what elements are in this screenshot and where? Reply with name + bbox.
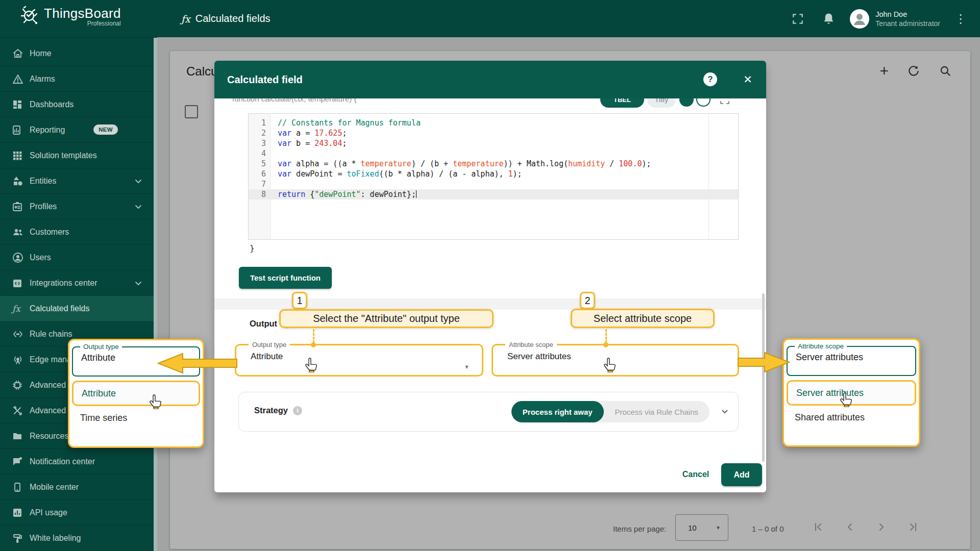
entities-icon (12, 176, 30, 187)
dashboards-icon (12, 99, 30, 110)
close-icon[interactable]: ✕ (740, 72, 755, 87)
integrations-icon (12, 278, 30, 288)
sidebar-item-entities[interactable]: Entities (0, 168, 154, 194)
code-line[interactable]: var dewPoint = toFixed((b * alpha) / (a … (271, 169, 738, 179)
dialog-title: Calculated field (227, 61, 303, 98)
option-attribute[interactable]: Attribute (72, 381, 200, 406)
more-menu-icon[interactable]: ⋮ (954, 12, 967, 26)
help-icon[interactable]: ? (703, 72, 717, 86)
tbel-toggle-button[interactable]: TBEL (600, 98, 644, 108)
topbar: ThingsBoard Professional ƒx Calculated f… (0, 0, 980, 37)
sidebar-item-profiles[interactable]: Profiles (0, 194, 154, 219)
sidebar-scrollbar[interactable] (154, 38, 157, 551)
output-type-field[interactable]: Output type Attribute ▼ (235, 341, 483, 377)
sidebar-item-calculated-fields[interactable]: ƒx Calculated fields (0, 296, 154, 321)
hand-cursor-icon (149, 394, 162, 411)
output-section-label: Output (250, 319, 277, 329)
dialog-scrollbar[interactable] (762, 293, 765, 462)
sidebar: Home Alarms Dashboards Reporting NEW Sol… (0, 37, 157, 551)
sidebar-item-solution-templates[interactable]: Solution templates (0, 143, 154, 168)
text-cursor (416, 190, 416, 198)
callout-1-connector (313, 329, 314, 343)
code-editor[interactable]: 12345678 // Constants for Magnus formula… (248, 113, 739, 240)
sidebar-item-users[interactable]: Users (0, 245, 154, 270)
antenna-icon (12, 354, 30, 365)
alarm-warning-icon (12, 73, 30, 85)
code-line[interactable]: var alpha = ((a * temperature) / (b + te… (271, 159, 738, 169)
code-line[interactable] (271, 179, 738, 189)
code-line[interactable]: return {"dewPoint": dewPoint}; (271, 189, 738, 199)
logo-subtitle: Professional (44, 20, 121, 27)
editor-gutter: 12345678 (249, 114, 271, 239)
avatar[interactable] (850, 9, 869, 29)
script-settings-icon[interactable] (679, 98, 694, 107)
sidebar-item-white-labeling[interactable]: White labeling (0, 525, 154, 551)
sidebar-item-home[interactable]: Home (0, 41, 154, 66)
line-number: 6 (249, 169, 271, 179)
hand-cursor-icon (603, 357, 617, 374)
output-type-field-label: Output type (249, 341, 290, 348)
chevron-down-icon[interactable] (720, 407, 730, 419)
callout-2-dot (603, 342, 608, 347)
chevron-down-icon: ▼ (464, 364, 470, 370)
sidebar-item-reporting[interactable]: Reporting NEW (0, 117, 154, 143)
info-icon: i (293, 406, 302, 415)
fullscreen-icon[interactable] (791, 12, 804, 26)
line-number: 5 (249, 159, 271, 169)
hammer-wrench-icon (12, 406, 30, 416)
logo[interactable]: ThingsBoard Professional (20, 5, 121, 28)
tidy-button[interactable]: Tidy (647, 98, 676, 108)
code-line[interactable]: var b = 243.04; (271, 138, 738, 148)
customers-icon (12, 227, 30, 238)
fx-icon: ƒx (181, 13, 190, 24)
rule-chains-icon (12, 329, 30, 340)
user-circle-icon (12, 252, 30, 263)
popover-attribute-scope-label: Attribute scope (795, 342, 847, 350)
sidebar-item-notification-center[interactable]: Notification center (0, 449, 154, 474)
editor-code[interactable]: // Constants for Magnus formulavar a = 1… (271, 114, 738, 239)
profiles-icon (12, 202, 30, 212)
test-script-function-button[interactable]: Test script function (239, 267, 332, 289)
sidebar-item-api-usage[interactable]: API usage (0, 500, 154, 525)
process-via-rule-chains-option[interactable]: Process via Rule Chains (604, 401, 709, 422)
code-line[interactable]: // Constants for Magnus formula (271, 118, 738, 128)
notifications-bell-icon[interactable] (822, 12, 836, 26)
option-time-series[interactable]: Time series (72, 406, 200, 430)
callout-1-text: Select the "Attribute" output type (279, 309, 494, 328)
sidebar-item-dashboards[interactable]: Dashboards (0, 92, 154, 117)
paint-roller-icon (12, 533, 30, 543)
closing-brace: } (250, 243, 255, 253)
sidebar-item-integrations-center[interactable]: Integrations center (0, 270, 154, 296)
popover-output-type-label: Output type (80, 343, 122, 350)
code-line[interactable]: var a = 17.625; (271, 128, 738, 138)
hand-cursor-icon (305, 357, 318, 374)
new-badge: NEW (93, 124, 118, 135)
thingsboard-bug-logo-icon (20, 5, 39, 28)
attribute-scope-field-label: Attribute scope (505, 341, 557, 348)
line-number: 4 (249, 148, 271, 159)
strategy-label: Strategy (254, 406, 288, 415)
bar-chart-icon (12, 508, 30, 518)
sidebar-item-mobile-center[interactable]: Mobile center (0, 474, 154, 500)
cancel-button[interactable]: Cancel (671, 465, 721, 484)
logo-title: ThingsBoard (44, 6, 121, 21)
code-line[interactable] (271, 148, 738, 159)
phone-icon (12, 482, 30, 492)
solution-templates-icon (12, 151, 30, 161)
notification-center-icon (12, 457, 30, 467)
hand-cursor-icon (840, 392, 853, 409)
script-help-icon[interactable] (696, 98, 710, 107)
user-name: John Doe (875, 10, 940, 19)
user-info[interactable]: John Doe Tenant administrator (875, 10, 940, 28)
add-button[interactable]: Add (721, 463, 762, 486)
line-number: 2 (249, 128, 271, 138)
chip-icon (12, 380, 30, 390)
popover-attribute-scope-field[interactable]: Attribute scope Server attributes (787, 342, 916, 376)
editor-fullscreen-icon[interactable] (719, 98, 731, 108)
editor-toolbar-clipped: function calculate(ctx, temperature) { T… (214, 98, 766, 109)
callout-1-dot (311, 342, 316, 347)
process-right-away-option[interactable]: Process right away (511, 401, 604, 422)
sidebar-item-customers[interactable]: Customers (0, 219, 154, 245)
callout-1-number: 1 (292, 292, 307, 309)
sidebar-item-alarms[interactable]: Alarms (0, 66, 154, 92)
